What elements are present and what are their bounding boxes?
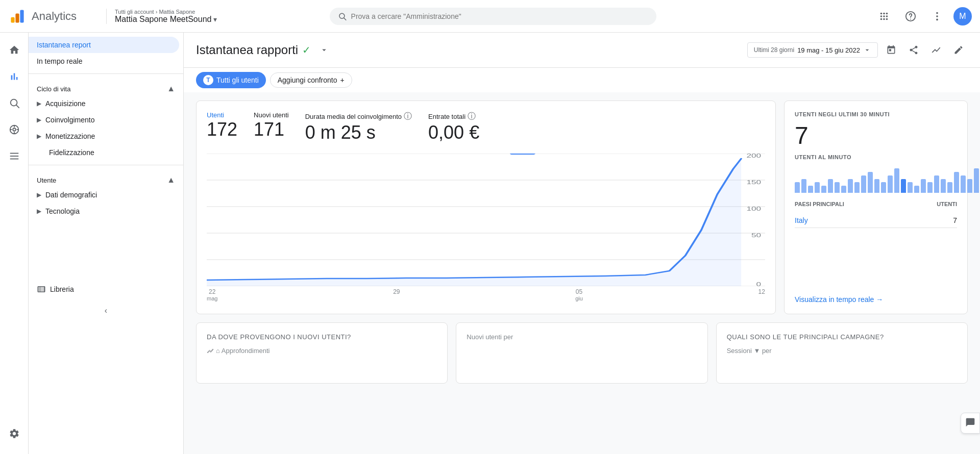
metric-info-entrate[interactable]: ⓘ (468, 111, 476, 122)
mini-bar-14 (888, 175, 893, 193)
app-title: Analytics (32, 10, 77, 23)
chart-type-button[interactable] (927, 41, 945, 59)
acquisizione-arrow-icon: ▶ (37, 100, 41, 107)
nav-configure-button[interactable] (2, 144, 27, 168)
sidebar-section-ciclo: Ciclo di vita ▲ (29, 78, 183, 95)
svg-rect-0 (11, 17, 14, 22)
svg-point-8 (880, 15, 883, 17)
account-breadcrumb: Tutti gli account › Mattia Sapone (115, 9, 217, 15)
country-name-italy[interactable]: Italy (795, 216, 808, 224)
report-dropdown-button[interactable] (315, 41, 333, 59)
apps-grid-button[interactable] (874, 6, 894, 27)
mini-bar-chart (795, 168, 957, 193)
svg-rect-1 (15, 13, 19, 22)
svg-text:100: 100 (747, 206, 762, 212)
logo-area: Analytics (8, 7, 90, 26)
mini-bar-6 (835, 182, 840, 193)
mini-bar-19 (921, 179, 926, 193)
svg-point-22 (13, 128, 16, 131)
realtime-card: UTENTI NEGLI ULTIMI 30 MINUTI 7 UTENTI A… (784, 100, 968, 314)
user-avatar[interactable]: M (953, 7, 972, 26)
calendar-button[interactable] (882, 41, 900, 59)
line-chart-area: 200 150 100 50 0 (207, 154, 765, 286)
date-range-button[interactable]: Ultimi 28 giorni 19 mag - 15 giu 2022 (747, 42, 878, 58)
share-button[interactable] (904, 41, 923, 59)
x-label-29: 29 (393, 288, 400, 301)
mini-bar-5 (828, 179, 833, 193)
sidebar-item-realtime[interactable]: In tempo reale (29, 53, 179, 69)
sidebar-library[interactable]: Libreria (29, 281, 183, 298)
report-header: Istantanea rapporti ✓ Ultimi 28 giorni 1… (184, 33, 980, 68)
realtime-value: 7 (795, 123, 957, 148)
search-icon (338, 12, 347, 21)
search-input[interactable] (351, 12, 649, 20)
nav-home-button[interactable] (2, 38, 27, 62)
sidebar-item-fidelizzazione[interactable]: Fidelizzazione (29, 144, 183, 161)
country-row-italy: Italy 7 (795, 213, 957, 228)
line-chart-svg: 200 150 100 50 0 (207, 154, 765, 286)
sidebar-item-label: In tempo reale (37, 57, 83, 65)
mini-bar-17 (908, 182, 913, 193)
chart-card: Utenti 172 Nuovi utenti 171 Durata media… (196, 100, 776, 314)
metric-info-durata[interactable]: ⓘ (404, 111, 412, 122)
left-nav (0, 33, 29, 454)
sidebar-collapse-button[interactable]: ‹ (29, 302, 183, 319)
sidebar-item-tecnologia[interactable]: ▶ Tecnologia (29, 203, 183, 219)
date-range-label: Ultimi 28 giorni (754, 46, 794, 54)
realtime-section-label: UTENTI NEGLI ULTIMI 30 MINUTI (795, 111, 957, 117)
metric-utenti: Utenti 172 (207, 111, 237, 143)
tecnologia-arrow-icon: ▶ (37, 208, 41, 215)
metric-entrate: Entrate totali ⓘ 0,00 € (428, 111, 479, 143)
mini-bar-15 (894, 168, 899, 193)
mini-bar-0 (795, 182, 800, 193)
ciclo-collapse-icon[interactable]: ▲ (167, 84, 175, 93)
bottom-card-title-1: DA DOVE PROVENGONO I NUOVI UTENTI? (207, 333, 437, 341)
date-range-value: 19 mag - 15 giu 2022 (797, 46, 860, 54)
mini-bar-22 (941, 179, 946, 193)
account-name[interactable]: Mattia Sapone MeetSound ▾ (115, 15, 217, 24)
nav-advertising-button[interactable] (2, 117, 27, 142)
segment-all-users-chip[interactable]: T Tutti gli utenti (196, 72, 266, 88)
account-selector[interactable]: Tutti gli account › Mattia Sapone Mattia… (106, 9, 217, 24)
svg-point-9 (883, 15, 885, 17)
edit-button[interactable] (949, 41, 968, 59)
sidebar: Istantanea report In tempo reale Ciclo d… (29, 33, 184, 454)
bottom-card-nuovi-utenti: DA DOVE PROVENGONO I NUOVI UTENTI? ⌂ App… (196, 322, 448, 384)
approfondimenti-icon (207, 347, 214, 355)
svg-point-12 (883, 18, 885, 20)
feedback-button[interactable] (961, 413, 980, 434)
sidebar-item-monetizzazione[interactable]: ▶ Monetizzazione (29, 128, 183, 144)
mini-bar-3 (815, 182, 820, 193)
more-vert-button[interactable] (927, 6, 947, 27)
help-button[interactable] (900, 6, 921, 27)
sidebar-item-istantanea[interactable]: Istantanea report (29, 37, 179, 53)
dati-arrow-icon: ▶ (37, 191, 41, 198)
chart-x-axis: 22 mag 29 05 giu 12 (207, 286, 765, 304)
sidebar-section-utente: Utente ▲ (29, 169, 183, 187)
utente-collapse-icon[interactable]: ▲ (167, 175, 175, 185)
segment-add-comparison-chip[interactable]: Aggiungi confronto + (270, 72, 352, 88)
nav-settings-button[interactable] (2, 421, 27, 446)
top-header: Analytics Tutti gli account › Mattia Sap… (0, 0, 980, 33)
header-right: M (874, 6, 972, 27)
svg-text:50: 50 (751, 232, 761, 238)
mini-bar-9 (854, 182, 860, 193)
mini-bar-27 (974, 168, 979, 193)
realtime-link[interactable]: Visualizza in tempo reale → (795, 295, 957, 304)
svg-point-17 (936, 15, 938, 17)
sidebar-item-dati-demografici[interactable]: ▶ Dati demografici (29, 187, 183, 203)
search-bar[interactable] (330, 8, 656, 25)
report-title: Istantanea rapporti (196, 43, 298, 57)
nav-reports-button[interactable] (2, 64, 27, 89)
sidebar-item-coinvolgimento[interactable]: ▶ Coinvolgimento (29, 112, 183, 128)
metric-label-utenti[interactable]: Utenti (207, 111, 237, 119)
svg-point-5 (880, 12, 883, 14)
feedback-icon (965, 417, 975, 427)
x-label-12: 12 (758, 288, 765, 301)
sidebar-divider-1 (29, 73, 183, 74)
mini-bar-13 (881, 182, 886, 193)
mini-bar-1 (801, 179, 806, 193)
nav-explore-button[interactable] (2, 91, 27, 115)
sidebar-item-acquisizione[interactable]: ▶ Acquisizione (29, 95, 183, 112)
metrics-row: Utenti 172 Nuovi utenti 171 Durata media… (207, 111, 765, 143)
